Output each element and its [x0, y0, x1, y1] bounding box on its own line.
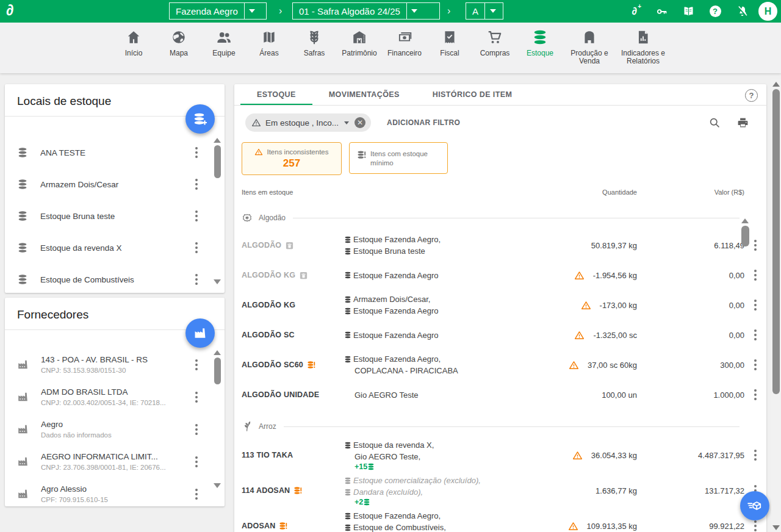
value: 0,00 [637, 271, 744, 280]
stock-location-item[interactable]: Estoque de Combustíveis [5, 264, 225, 295]
nav-item-inicio[interactable]: Início [111, 29, 156, 57]
row-menu-button[interactable] [754, 300, 757, 311]
list-scrollbar[interactable] [741, 218, 749, 246]
more-locations-badge[interactable]: +15 [355, 462, 515, 471]
locais-scrollbar[interactable] [214, 138, 221, 178]
plot-selector-caret[interactable] [484, 3, 500, 19]
nav-item-equipe[interactable]: Equipe [201, 29, 247, 57]
table-row[interactable]: ALGODÃO KG Armazem Dois/Cesar, Estoque F… [234, 289, 766, 322]
item-menu-button[interactable] [195, 274, 198, 285]
minimum-stock-card[interactable]: Itens com estoque mínimo [349, 142, 448, 174]
supplier-item[interactable]: 143 - POA - AV. BRASIL - RS CNPJ: 53.153… [5, 348, 225, 381]
nav-item-patrimonio[interactable]: Patrimônio [337, 29, 382, 57]
fornecedores-scrollbar[interactable] [214, 350, 221, 384]
item-menu-button[interactable] [195, 392, 198, 403]
scrollbar-thumb[interactable] [772, 89, 780, 394]
page-scrollbar[interactable] [771, 79, 781, 532]
row-menu-button[interactable] [754, 359, 757, 370]
scroll-up-icon[interactable] [214, 350, 221, 355]
nav-item-indicadores[interactable]: Indicadores e Relatórios [616, 29, 670, 65]
locais-scrollbar-down[interactable] [214, 277, 221, 284]
item-menu-button[interactable] [195, 489, 198, 500]
add-supplier-button[interactable] [185, 318, 215, 348]
admin-key-button[interactable] [654, 4, 669, 19]
item-menu-button[interactable] [195, 147, 198, 158]
item-menu-button[interactable] [195, 242, 198, 253]
stock-location-item[interactable]: Estoque Bruna teste [5, 200, 225, 232]
knowledge-base-button[interactable] [681, 4, 696, 19]
stock-location-item[interactable]: Estoque da revenda X [5, 232, 225, 264]
row-menu-button[interactable] [754, 329, 757, 340]
harvest-selector-caret[interactable] [406, 3, 422, 19]
min-stock-icon [307, 361, 315, 369]
panel-help-button[interactable]: ? [745, 89, 758, 102]
item-menu-button[interactable] [195, 359, 198, 370]
invite-user-button[interactable]: ∂+ [627, 4, 642, 19]
row-menu-button[interactable] [754, 270, 757, 281]
scrollbar-thumb[interactable] [214, 358, 221, 384]
fornecedores-card: Fornecedores 143 - POA - AV. BRASIL - RS… [5, 298, 225, 506]
scroll-down-icon[interactable] [214, 279, 221, 284]
more-locations-badge[interactable]: +2 [355, 498, 515, 506]
row-menu-button[interactable] [754, 450, 757, 461]
row-menu-button[interactable] [754, 520, 757, 531]
remove-filter-button[interactable]: ✕ [355, 117, 365, 128]
table-row[interactable]: 114 ADOSAN Estoque comercialização (excl… [234, 473, 766, 508]
add-filter-button[interactable]: ADICIONAR FILTRO [387, 118, 460, 127]
inconsistent-items-card[interactable]: Itens inconsistentes 257 [242, 142, 342, 175]
table-row[interactable]: 113 TIO TAKA Estoque da revenda X, Gio A… [234, 437, 766, 473]
item-name: ALGODÃO [242, 241, 281, 250]
scroll-down-icon[interactable] [772, 525, 780, 530]
supplier-item[interactable]: Agro Alessio CPF: 709.915.610-15 [5, 478, 225, 510]
row-menu-button[interactable] [754, 389, 757, 400]
item-menu-button[interactable] [195, 210, 198, 221]
item-menu-button[interactable] [195, 456, 198, 467]
scroll-down-icon[interactable] [214, 483, 221, 488]
nav-item-compras[interactable]: Compras [472, 29, 517, 57]
warning-icon [572, 450, 583, 461]
table-row[interactable]: ALGODÃO Estoque Fazenda Aegro, Estoque B… [234, 229, 766, 262]
table-row[interactable]: ALGODÃO KG Estoque Fazenda Aegro -1.954,… [234, 262, 766, 289]
scroll-up-icon[interactable] [741, 218, 749, 223]
nav-item-estoque[interactable]: Estoque [517, 29, 563, 57]
supplier-item[interactable]: AEGRO INFORMATICA LIMIT... CNPJ: 23.706.… [5, 445, 225, 478]
table-row[interactable]: ALGODÃO UNIDADE Gio AEGRO Teste 100,00 u… [234, 381, 766, 408]
add-stock-location-button[interactable] [185, 104, 215, 134]
table-row[interactable]: ALGODÃO SC Estoque Fazenda Aegro -1.325,… [234, 322, 766, 348]
harvest-selector[interactable]: 01 - Safra Algodão 24/25 [292, 2, 440, 20]
supplier-item[interactable]: Aegro Dados não informados [5, 413, 225, 445]
tab-movimentacoes[interactable]: MOVIMENTAÇÕES [312, 84, 416, 105]
nav-item-producao-venda[interactable]: Produção e Venda [563, 29, 616, 65]
print-button[interactable] [736, 117, 749, 129]
row-menu-button[interactable] [754, 240, 757, 251]
table-row[interactable]: ALGODÃO SC60 Estoque Fazenda Aegro, COPL… [234, 348, 766, 381]
item-menu-button[interactable] [195, 424, 198, 435]
scroll-up-icon[interactable] [772, 82, 780, 87]
table-row[interactable]: ADOSAN Estoque Fazenda Aegro, Estoque de… [234, 508, 766, 532]
people-icon [216, 29, 232, 45]
item-menu-button[interactable] [195, 179, 198, 190]
tab-estoque[interactable]: ESTOQUE [240, 84, 312, 105]
nav-item-financeiro[interactable]: Financeiro [382, 29, 427, 57]
search-button[interactable] [708, 117, 721, 129]
notifications-muted-button[interactable] [735, 4, 749, 19]
stock-movement-fab[interactable] [740, 491, 769, 520]
help-button[interactable]: ? [708, 4, 722, 19]
farm-selector[interactable]: Fazenda Aegro [169, 2, 267, 20]
scrollbar-thumb[interactable] [214, 145, 221, 178]
nav-item-areas[interactable]: Áreas [247, 29, 292, 57]
scrollbar-thumb[interactable] [741, 226, 749, 246]
active-filter-chip[interactable]: Em estoque , Inco... ✕ [245, 113, 371, 132]
stock-location-item[interactable]: ANA TESTE [5, 137, 225, 168]
nav-item-fiscal[interactable]: Fiscal [427, 29, 472, 57]
supplier-item[interactable]: ADM DO BRASIL LTDA CNPJ: 02.003.402/0051… [5, 381, 225, 413]
user-avatar[interactable]: H [758, 2, 777, 21]
plot-selector[interactable]: A [466, 2, 503, 20]
fornecedores-scrollbar-down[interactable] [214, 481, 221, 488]
scroll-up-icon[interactable] [214, 138, 221, 143]
stock-location-item[interactable]: Armazem Dois/Cesar [5, 168, 225, 200]
nav-item-safras[interactable]: Safras [292, 29, 337, 57]
farm-selector-caret[interactable] [244, 3, 260, 19]
tab-historico-de-item[interactable]: HISTÓRICO DE ITEM [416, 84, 528, 105]
nav-item-mapa[interactable]: Mapa [156, 29, 201, 57]
